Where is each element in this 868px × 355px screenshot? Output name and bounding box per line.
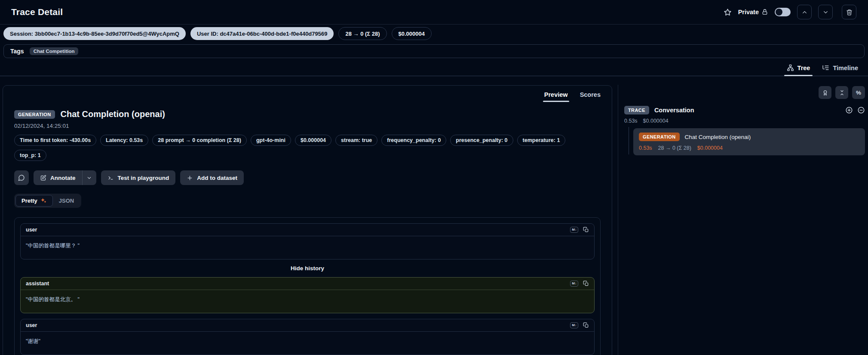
observation-timestamp: 02/12/2024, 14:25:01 (14, 123, 601, 129)
format-json-button[interactable]: JSON (53, 195, 80, 207)
privacy-label: Private (738, 9, 759, 15)
page-header: Trace Detail Private (0, 0, 868, 25)
markdown-toggle-icon[interactable]: M↓ (570, 227, 578, 233)
session-badge[interactable]: Session: 3bb00ec7-1b13-4c9b-85ee-3d9d70f… (3, 27, 186, 40)
test-in-playground-label: Test in playground (118, 175, 169, 181)
comment-button[interactable] (14, 170, 29, 185)
metric-badge: gpt-4o-mini (251, 135, 291, 146)
tags-list: Chat Competition (30, 47, 79, 55)
message-assistant: assistant M↓ "中国的首都是北京。 " (20, 277, 595, 313)
metrics-toggle-button[interactable]: % (852, 86, 865, 99)
copy-icon[interactable] (583, 227, 589, 233)
metric-badge: frequency_penalty: 0 (381, 135, 446, 146)
tags-label: Tags (10, 48, 24, 55)
generation-node-metrics: 0.53s 28 → 0 (Σ 28) $0.000004 (639, 145, 859, 151)
sparkles-icon (40, 198, 47, 204)
observation-type-badge: GENERATION (14, 110, 55, 119)
delete-trace-button[interactable] (842, 5, 856, 19)
chevron-down-icon (86, 175, 92, 181)
generation-cost: $0.000004 (697, 145, 723, 151)
annotate-dropdown-button[interactable] (83, 170, 96, 185)
metric-badge: Time to first token: -430.00s (14, 135, 96, 146)
trace-tree-panel: % TRACE Conversation 0.53s $0.000004 GEN… (624, 86, 865, 155)
tree-icon (787, 64, 794, 71)
trace-cost: $0.000004 (643, 118, 669, 124)
panel-divider (618, 85, 618, 355)
trace-metrics: 0.53s $0.000004 (624, 118, 865, 124)
tab-tree-label: Tree (797, 65, 810, 71)
tab-scores[interactable]: Scores (580, 91, 601, 102)
collapse-node-icon[interactable] (857, 106, 865, 114)
markdown-toggle-icon[interactable]: M↓ (570, 281, 578, 287)
tree-toolbar: % (624, 86, 865, 99)
view-switcher: Tree Timeline (0, 58, 868, 76)
tag-chip[interactable]: Chat Competition (30, 47, 79, 55)
observation-card: Preview Scores GENERATION Chat Completio… (3, 85, 612, 355)
observation-tabs: Preview Scores (3, 86, 612, 102)
tags-bar: Tags Chat Competition (3, 44, 865, 58)
public-sharing-toggle[interactable] (775, 8, 791, 16)
comment-bubble-icon (18, 174, 25, 181)
annotate-pencil-icon (40, 175, 46, 181)
generation-type-badge: GENERATION (639, 133, 680, 141)
tab-timeline[interactable]: Timeline (817, 64, 863, 76)
message-user-2: user M↓ "谢谢" (20, 319, 595, 355)
test-in-playground-button[interactable]: Test in playground (101, 170, 176, 185)
star-icon (724, 8, 732, 16)
pretty-label: Pretty (21, 198, 37, 204)
metric-badge: $0.000004 (295, 135, 331, 146)
generation-tokens: 28 → 0 (Σ 28) (658, 145, 691, 151)
tree-connector-line (629, 127, 629, 154)
trash-icon (846, 9, 853, 15)
scores-display-button[interactable] (819, 86, 831, 99)
message-user-1: user M↓ "中国的首都是哪里？ " (20, 223, 595, 259)
io-preview: user M↓ "中国的首都是哪里？ " Hide history assist… (14, 217, 601, 355)
previous-trace-button[interactable] (797, 5, 812, 19)
tab-tree[interactable]: Tree (782, 64, 815, 76)
add-to-dataset-button[interactable]: Add to dataset (180, 170, 244, 185)
tab-timeline-label: Timeline (833, 65, 858, 71)
trace-title: Conversation (654, 107, 694, 114)
markdown-toggle-icon[interactable]: M↓ (570, 322, 578, 328)
observation-actions: Annotate Test in playground Add to datas… (14, 170, 601, 185)
expand-all-icon[interactable] (845, 106, 853, 114)
fold-vertical-icon (839, 90, 845, 96)
plus-icon (187, 175, 193, 181)
copy-icon[interactable] (583, 322, 589, 328)
add-to-dataset-label: Add to dataset (197, 175, 237, 181)
trace-latency: 0.53s (624, 118, 638, 124)
observation-title: Chat Completion (openai) (61, 109, 165, 119)
metric-badge: top_p: 1 (14, 150, 46, 161)
next-trace-button[interactable] (818, 5, 833, 19)
message-role: assistant (26, 281, 49, 287)
generation-node-title: Chat Completion (openai) (685, 134, 751, 140)
tab-preview[interactable]: Preview (544, 91, 568, 102)
annotate-split-button: Annotate (34, 170, 96, 185)
collapse-all-button[interactable] (835, 86, 848, 99)
total-cost-badge: $0.000004 (392, 27, 432, 40)
toggle-knob (776, 9, 782, 15)
user-id-badge[interactable]: User ID: dc47a41e-06bc-400d-bde1-f0e440d… (190, 27, 334, 40)
format-pretty-button[interactable]: Pretty (15, 195, 53, 207)
annotate-button[interactable]: Annotate (34, 170, 82, 185)
trace-root-row[interactable]: TRACE Conversation (624, 106, 865, 114)
message-content: "谢谢" (21, 332, 594, 355)
chevron-down-icon (822, 9, 829, 15)
metric-badge: stream: true (335, 135, 377, 146)
trace-children: GENERATION Chat Completion (openai) 0.53… (624, 128, 865, 155)
annotate-label: Annotate (50, 175, 76, 181)
privacy-status: Private (738, 9, 768, 15)
favorite-star-button[interactable] (724, 8, 732, 16)
main-content: Preview Scores GENERATION Chat Completio… (0, 76, 868, 354)
lock-icon (761, 9, 768, 15)
message-content: "中国的首都是北京。 " (21, 290, 594, 313)
metric-badge: Latency: 0.53s (100, 135, 148, 146)
token-usage-badge: 28 → 0 (Σ 28) (338, 27, 386, 40)
metric-badge: presence_penalty: 0 (450, 135, 513, 146)
observation-node-selected[interactable]: GENERATION Chat Completion (openai) 0.53… (633, 128, 865, 155)
hide-history-button[interactable]: Hide history (20, 265, 595, 272)
metric-badge: temperature: 1 (517, 135, 566, 146)
format-toggle: Pretty JSON (14, 194, 81, 208)
copy-icon[interactable] (583, 281, 589, 287)
terminal-icon (107, 175, 114, 181)
